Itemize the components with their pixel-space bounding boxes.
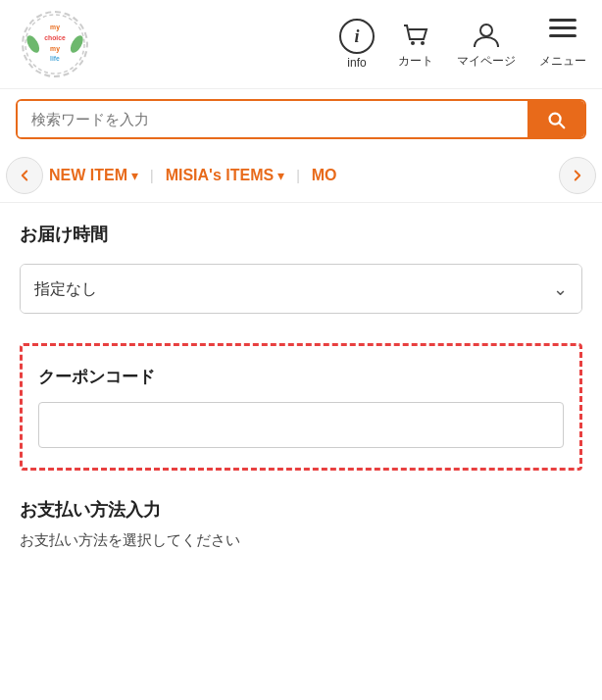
main-content: お届け時間 指定なし 午前中 14時〜16時 16時〜18時 18時〜20時 1…: [0, 203, 602, 589]
cart-nav-item[interactable]: カート: [398, 20, 433, 70]
delivery-section: お届け時間 指定なし 午前中 14時〜16時 16時〜18時 18時〜20時 1…: [20, 223, 582, 314]
nav-right-arrow[interactable]: [559, 157, 596, 194]
logo-circle: my choice my life: [22, 11, 88, 77]
svg-text:my: my: [50, 45, 60, 53]
chevron-right-icon: [569, 167, 586, 184]
nav-separator-1: |: [150, 168, 154, 183]
coupon-section-title: クーポンコード: [38, 366, 564, 388]
chevron-left-icon: [16, 167, 33, 184]
svg-point-8: [421, 41, 425, 45]
delivery-select-wrapper: 指定なし 午前中 14時〜16時 16時〜18時 18時〜20時 19時〜21時…: [20, 264, 582, 314]
svg-point-7: [411, 41, 415, 45]
menu-nav-item[interactable]: メニュー: [539, 19, 586, 70]
header: my choice my life i info カート: [0, 0, 602, 89]
header-icons: i info カート マイページ: [339, 19, 586, 70]
search-bar: [16, 99, 586, 139]
payment-section-title: お支払い方法入力: [20, 498, 582, 522]
nav-misia-label: MISIA's ITEMS: [166, 167, 274, 184]
nav-items: NEW ITEM ▾ | MISIA's ITEMS ▾ | MO: [49, 167, 553, 184]
svg-point-9: [480, 25, 492, 36]
payment-section: お支払い方法入力 お支払い方法を選択してください: [20, 498, 582, 550]
cart-label: カート: [398, 53, 433, 70]
info-nav-item[interactable]: i info: [339, 19, 375, 70]
coupon-input[interactable]: [38, 402, 564, 448]
info-icon: i: [339, 19, 375, 54]
hamburger-icon: [549, 19, 577, 37]
search-input[interactable]: [18, 101, 527, 137]
nav-separator-2: |: [296, 168, 300, 183]
delivery-select[interactable]: 指定なし 午前中 14時〜16時 16時〜18時 18時〜20時 19時〜21時: [21, 265, 581, 313]
nav-new-chevron-icon: ▾: [131, 168, 138, 183]
info-label: info: [347, 56, 366, 70]
nav-bar: NEW ITEM ▾ | MISIA's ITEMS ▾ | MO: [0, 149, 602, 203]
menu-label: メニュー: [539, 53, 586, 70]
search-icon: [545, 109, 567, 130]
payment-subtitle: お支払い方法を選択してください: [20, 531, 582, 550]
svg-text:choice: choice: [44, 34, 66, 41]
nav-new-item-label: NEW ITEM: [49, 167, 127, 184]
nav-left-arrow[interactable]: [6, 157, 43, 194]
coupon-section: クーポンコード: [20, 343, 582, 471]
search-button[interactable]: [527, 101, 584, 137]
nav-item-mo[interactable]: MO: [312, 167, 337, 184]
nav-misia-chevron-icon: ▾: [277, 168, 284, 183]
nav-mo-label: MO: [312, 167, 337, 184]
logo[interactable]: my choice my life: [16, 10, 94, 78]
delivery-section-title: お届け時間: [20, 223, 582, 246]
nav-item-misia[interactable]: MISIA's ITEMS ▾: [166, 167, 284, 184]
mypage-nav-item[interactable]: マイページ: [457, 20, 516, 70]
mypage-icon: [471, 20, 502, 51]
cart-icon: [400, 20, 431, 51]
nav-item-new[interactable]: NEW ITEM ▾: [49, 167, 138, 184]
mypage-label: マイページ: [457, 53, 516, 70]
svg-text:my: my: [50, 24, 60, 31]
svg-text:life: life: [50, 55, 60, 62]
